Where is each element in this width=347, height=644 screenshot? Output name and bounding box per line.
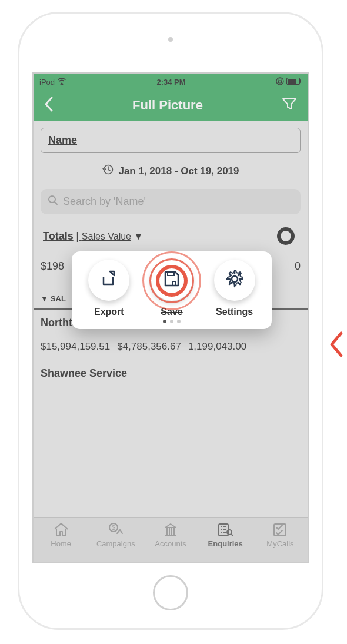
dot-1 [163,320,166,323]
export-icon [98,268,119,292]
lock-rotation-icon [276,77,284,87]
gear-icon [223,268,246,293]
value-2: $4,785,356.67 [117,341,181,353]
chevron-down-icon: ▼ [134,231,143,241]
ring-indicator[interactable] [277,227,295,245]
search-icon [48,195,58,208]
home-button[interactable] [153,575,188,610]
chevron-down-icon: ▼ [41,294,48,303]
totals-label: Totals [43,230,74,242]
dot-2 [170,320,174,323]
page-dots [163,320,181,323]
clock: 2:34 PM [66,78,276,87]
svg-text:$: $ [112,525,115,531]
phone-speaker [168,37,173,42]
settings-label: Settings [203,307,266,317]
battery-icon [286,78,302,87]
settings-button[interactable]: Settings [203,260,266,317]
tab-label: Accounts [143,539,198,548]
tab-label: Campaigns [88,539,143,548]
date-range-row[interactable]: Jan 1, 2018 - Oct 19, 2019 [41,153,301,189]
tab-label: MyCalls [253,539,308,548]
totals-dropdown[interactable]: Totals | Sales Value ▼ [43,230,143,243]
tab-label: Enquiries [198,539,253,548]
svg-rect-8 [168,272,174,275]
totals-sublabel: Sales Value [82,231,131,241]
action-popup: Export Save [72,251,272,329]
svg-rect-14 [274,524,286,536]
phone-frame: iPod 2:34 PM Full Picture [18,12,323,630]
save-label: Save [141,307,203,317]
amount-right: 0 [295,260,301,273]
name-field[interactable]: Name [41,128,301,153]
wifi-icon [57,78,66,87]
svg-rect-3 [288,79,296,84]
history-icon [102,164,114,178]
page-title: Full Picture [132,98,203,113]
tab-mycalls[interactable]: MyCalls [253,522,308,562]
tab-label: Home [34,539,88,548]
value-3: 1,199,043.00 [188,341,246,353]
totals-row: Totals | Sales Value ▼ [41,214,301,251]
save-icon [162,269,182,291]
company-name: Shawnee Service [41,361,301,386]
amount-left: $198 [41,260,64,273]
tab-bar: Home $ Campaigns Accounts Enquiries MyCa… [34,517,308,562]
export-button[interactable]: Export [78,260,141,317]
date-range-text: Jan 1, 2018 - Oct 19, 2019 [118,165,239,177]
dot-3 [177,320,181,323]
screen: iPod 2:34 PM Full Picture [32,72,309,563]
back-button[interactable] [44,97,54,114]
device-label: iPod [39,78,55,87]
sales-header-text: SAL [51,294,66,303]
value-1: $15,994,159.51 [41,341,110,353]
tab-accounts[interactable]: Accounts [143,522,198,562]
svg-rect-4 [300,79,301,83]
row-values: $15,994,159.51 $4,785,356.67 1,199,043.0… [41,335,301,361]
svg-point-9 [232,276,238,282]
filter-button[interactable] [282,97,297,114]
svg-point-0 [61,82,62,84]
tab-enquiries[interactable]: Enquiries [198,522,253,562]
save-button[interactable]: Save [141,260,203,317]
tab-home[interactable]: Home [34,522,88,562]
status-bar: iPod 2:34 PM [34,74,308,90]
search-input[interactable]: Search by 'Name' [41,189,301,214]
nav-bar: Full Picture [34,90,308,121]
tutorial-next-chevron[interactable] [328,330,346,361]
export-label: Export [78,307,141,317]
tab-campaigns[interactable]: $ Campaigns [88,522,143,562]
table-row[interactable]: Shawnee Service [41,361,301,386]
search-placeholder: Search by 'Name' [63,195,146,208]
